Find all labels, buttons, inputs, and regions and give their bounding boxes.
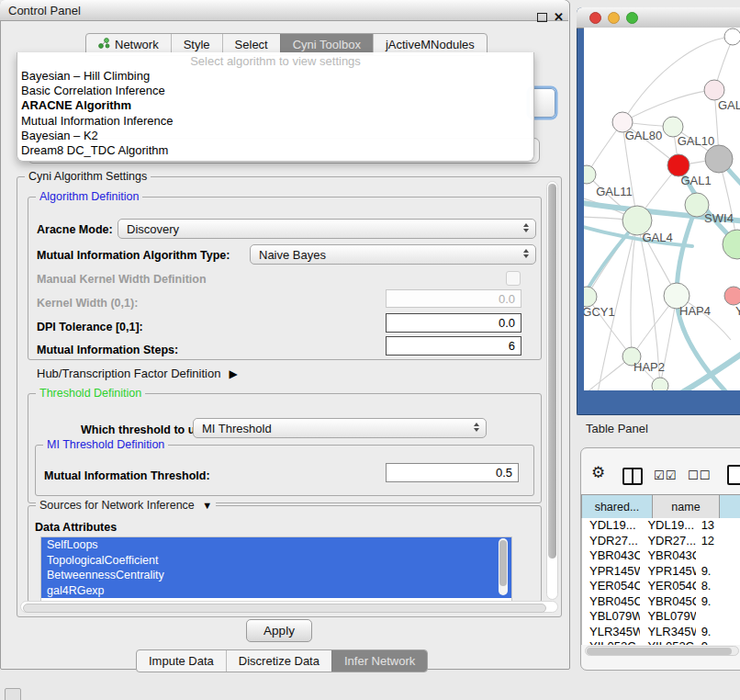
table-cell: YBR045C <box>582 594 640 610</box>
network-node-label: GAL10 <box>678 134 714 148</box>
algorithm-list: Bayesian – Hill ClimbingBasic Correlatio… <box>17 69 533 158</box>
hub-definition-expander[interactable]: Hub/Transcription Factor Definition ▶ <box>37 367 238 380</box>
tab-impute-data[interactable]: Impute Data <box>137 650 226 672</box>
network-node-label: GAL80 <box>625 129 662 142</box>
network-canvas[interactable]: GALGAL80GAL10GAL1GAL11SWI4GAL4HAP4YGCY1H… <box>584 28 740 390</box>
table-row[interactable]: YDL19...YDL19...13 <box>582 518 740 534</box>
document-icon[interactable] <box>727 465 740 485</box>
tab-infer-network[interactable]: Infer Network <box>331 650 427 672</box>
table-body: YDL19...YDL19...13YDR27...YDR27...12YBR0… <box>581 518 740 645</box>
which-threshold-combobox[interactable]: MI Threshold <box>193 418 487 438</box>
kernel-width-label: Kernel Width (0,1): <box>37 297 138 310</box>
table-row[interactable]: YIL052CYIL052C9 <box>582 639 740 645</box>
column-header-3[interactable]: A <box>720 495 740 518</box>
attribute-item[interactable]: TopologicalCoefficient <box>41 553 511 569</box>
table-row[interactable]: YBR043CYBR043C <box>582 548 740 564</box>
table-cell: YIL052C <box>582 639 640 645</box>
combo-arrows-icon <box>523 223 529 232</box>
table-row[interactable]: YER054CYER054C8. <box>582 579 740 594</box>
control-panel-titlebar[interactable]: Control Panel <box>0 0 568 21</box>
table-cell: 12 <box>696 534 740 549</box>
tab-label: Discretize Data <box>239 651 320 672</box>
network-node[interactable] <box>724 28 740 45</box>
network-node-label: Y <box>735 304 740 318</box>
collapse-down-icon[interactable]: ▼ <box>202 500 212 511</box>
network-graph[interactable]: GALGAL80GAL10GAL1GAL11SWI4GAL4HAP4YGCY1H… <box>584 28 740 390</box>
attributes-scrollbar-thumb[interactable] <box>499 540 507 586</box>
sources-title[interactable]: Sources for Network Inference ▼ <box>36 499 216 512</box>
algorithm-option[interactable]: Dream8 DC_TDC Algorithm <box>17 143 533 158</box>
expand-right-icon[interactable]: ▶ <box>229 367 237 380</box>
combo-arrows-icon <box>474 423 479 432</box>
settings-vertical-scrollbar-thumb[interactable] <box>548 184 556 559</box>
mi-type-combobox[interactable]: Naive Bayes <box>250 244 536 265</box>
tab-discretize-data[interactable]: Discretize Data <box>226 650 331 672</box>
attribute-item[interactable]: gal4RGexp <box>41 583 511 599</box>
mi-steps-label: Mutual Information Steps: <box>37 344 178 356</box>
algorithm-option[interactable]: Bayesian – Hill Climbing <box>17 69 533 84</box>
network-node[interactable] <box>652 378 668 390</box>
mac-close-button[interactable] <box>589 12 601 24</box>
table-row[interactable]: YDR27...YDR27...12 <box>582 534 740 549</box>
manual-kernel-label: Manual Kernel Width Definition <box>37 273 207 286</box>
gear-icon[interactable]: ⚙ <box>591 464 605 482</box>
settings-horizontal-scrollbar-thumb[interactable] <box>23 604 546 613</box>
kernel-width-input[interactable]: 0.0 <box>386 289 521 308</box>
table-row[interactable]: YBR045CYBR045C9. <box>582 594 740 610</box>
close-panel-icon[interactable]: ✕ <box>554 10 564 25</box>
combo-arrows-icon <box>523 249 529 258</box>
table-cell: YPR145W <box>640 564 695 580</box>
mi-type-value: Naive Bayes <box>259 248 326 262</box>
network-node-label: GCY1 <box>584 305 615 319</box>
float-window-icon[interactable] <box>537 13 547 22</box>
algorithm-option[interactable]: ARACNE Algorithm <box>17 98 533 113</box>
table-cell: 9. <box>696 594 740 610</box>
table-cell: YDL19... <box>582 518 640 534</box>
select-all-checkboxes-icon[interactable]: ☑☑ <box>654 469 677 482</box>
table-cell: YDR27... <box>582 534 640 549</box>
network-node-y[interactable] <box>724 287 740 305</box>
manual-kernel-checkbox[interactable] <box>506 271 521 286</box>
algorithm-option[interactable]: Basic Correlation Inference <box>17 84 533 98</box>
algorithm-option[interactable]: Bayesian – K2 <box>17 129 533 143</box>
table-row[interactable]: YLR345WYLR345W9. <box>582 625 740 640</box>
mi-steps-input[interactable]: 6 <box>386 336 521 356</box>
dpi-tolerance-value: 0.0 <box>499 316 515 330</box>
data-attributes-list[interactable]: SelfLoopsTopologicalCoefficientBetweenne… <box>40 536 512 603</box>
table-cell: YLR345W <box>582 625 640 640</box>
table-cell: YBL079W <box>582 609 640 625</box>
settings-group-title: Cyni Algorithm Settings <box>25 170 151 183</box>
table-cell: 9. <box>696 625 740 640</box>
algorithm-option[interactable]: Mutual Information Inference <box>17 114 533 129</box>
column-header-1[interactable]: shared... <box>582 495 653 518</box>
aracne-mode-value: Discovery <box>127 222 179 236</box>
table-row[interactable]: YPR145WYPR145W9. <box>582 564 740 580</box>
table-cell <box>696 548 740 564</box>
mi-threshold-input[interactable]: 0.5 <box>386 463 519 482</box>
mac-minimize-button[interactable] <box>608 12 620 24</box>
dpi-tolerance-input[interactable]: 0.0 <box>386 313 521 333</box>
tab-label: Infer Network <box>344 651 415 672</box>
column-header-2[interactable]: name <box>653 495 720 518</box>
aracne-mode-combobox[interactable]: Discovery <box>118 219 536 239</box>
table-horizontal-scrollbar-thumb[interactable] <box>587 648 732 655</box>
table-cell: YER054C <box>582 579 640 594</box>
mi-steps-value: 6 <box>509 339 515 353</box>
table-row[interactable]: YBL079WYBL079W <box>582 609 740 625</box>
network-node-label: GAL11 <box>596 185 633 198</box>
attribute-item[interactable]: SelfLoops <box>41 537 511 553</box>
network-node-gal[interactable] <box>704 80 724 100</box>
aracne-mode-label: Aracne Mode: <box>37 223 113 236</box>
mac-zoom-button[interactable] <box>626 12 638 24</box>
network-edge[interactable] <box>631 220 637 356</box>
network-edge-highlighted[interactable] <box>677 205 697 296</box>
algorithm-prompt: Select algorithm to view settings <box>17 53 533 69</box>
minimized-panel-icon[interactable] <box>5 688 21 700</box>
deselect-all-checkboxes-icon[interactable]: ☐☐ <box>688 469 711 482</box>
network-node-gcy1[interactable] <box>584 287 597 307</box>
columns-icon[interactable] <box>622 468 643 485</box>
attribute-item[interactable]: BetweennessCentrality <box>41 568 511 583</box>
network-node[interactable] <box>705 145 733 173</box>
apply-button[interactable]: Apply <box>246 619 312 642</box>
network-node-gal11[interactable] <box>584 165 596 184</box>
